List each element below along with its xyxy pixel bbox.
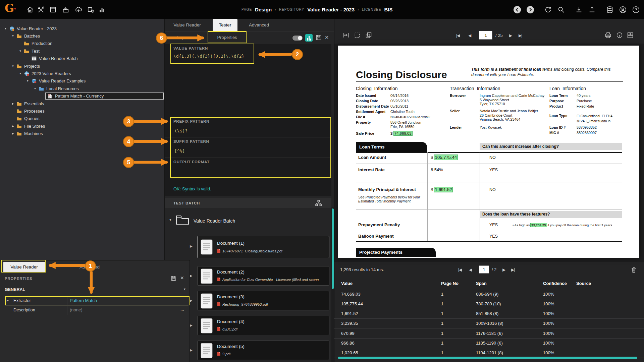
- prev-results-page-icon[interactable]: ◀: [469, 267, 472, 272]
- col-header-source[interactable]: Source: [576, 281, 591, 286]
- next-page-icon[interactable]: ▶: [509, 33, 512, 38]
- tree-item-batches[interactable]: ▼ Batches: [0, 32, 164, 40]
- import-box-icon[interactable]: [61, 5, 70, 14]
- caret-right-icon[interactable]: ▶: [7, 299, 9, 302]
- result-row[interactable]: 670.9911176-1181 (6)100%: [334, 329, 644, 339]
- hierarchy-icon[interactable]: [315, 200, 322, 206]
- highlighted-match[interactable]: 1,691.52: [434, 187, 453, 192]
- tree-item-file-stores[interactable]: ▶ File Stores: [0, 122, 164, 130]
- layout-tiles-icon[interactable]: [626, 31, 635, 40]
- cloud-upload-icon[interactable]: [74, 5, 83, 14]
- props-tab-value-reader[interactable]: Value Reader: [3, 262, 45, 273]
- result-row[interactable]: 966.8611185-1190 (6)100%: [334, 339, 644, 348]
- tab-value-reader[interactable]: Value Reader: [168, 19, 206, 31]
- highlighted-match[interactable]: $3,239.35: [531, 223, 547, 227]
- highlighted-match[interactable]: 74,669.03: [394, 131, 412, 135]
- tab-tester[interactable]: Tester: [213, 19, 237, 31]
- clear-results-icon[interactable]: [629, 265, 638, 274]
- caret-down-icon[interactable]: ▼: [17, 50, 23, 53]
- description-property-value[interactable]: (none): [70, 307, 83, 312]
- caret-down-icon[interactable]: ▼: [3, 27, 8, 30]
- result-row[interactable]: 1,691.521851-858 (8)100%: [334, 309, 644, 319]
- subtab-properties[interactable]: Properties: [209, 32, 245, 43]
- upload-icon[interactable]: [587, 5, 597, 14]
- download-icon[interactable]: [574, 5, 584, 14]
- caret-down-icon[interactable]: ▼: [169, 218, 172, 222]
- scheduled-batches-icon[interactable]: [86, 5, 96, 14]
- col-header-span[interactable]: Span: [476, 281, 487, 286]
- region-select-icon[interactable]: [353, 31, 362, 40]
- close-icon[interactable]: ✕: [325, 35, 329, 41]
- tree-item-projects[interactable]: ▼ Projects: [0, 62, 164, 70]
- database-icon[interactable]: [605, 5, 614, 14]
- document-card-2[interactable]: Document (2) Application for Cow Ownersh…: [197, 266, 329, 286]
- caret-down-icon[interactable]: ▼: [25, 79, 31, 82]
- refresh-icon[interactable]: [543, 5, 553, 14]
- caret-right-icon[interactable]: ▶: [190, 244, 193, 248]
- tree-item-value-reader-2023[interactable]: ▼ Value Reader - 2023: [0, 25, 164, 32]
- tree-item-value-reader-batch[interactable]: Value Reader Batch: [0, 55, 164, 62]
- chart-view-icon[interactable]: [305, 34, 313, 42]
- selected-tree-item[interactable]: Pattern Match - Currency: [45, 93, 164, 100]
- close-icon[interactable]: ✕: [180, 275, 184, 281]
- value-pattern-input[interactable]: \d{1,3}(,\d{3}){0,2}\.\d{2}: [173, 54, 244, 59]
- caret-right-icon[interactable]: ▶: [10, 102, 16, 105]
- caret-down-icon[interactable]: ▼: [10, 65, 16, 68]
- last-results-page-icon[interactable]: ▶|: [511, 267, 515, 272]
- page-value[interactable]: Design: [255, 7, 272, 12]
- caret-down-icon[interactable]: ▼: [10, 35, 16, 38]
- last-page-icon[interactable]: ▶|: [519, 33, 522, 38]
- tree-item-test[interactable]: ▼ Test: [0, 47, 164, 55]
- scrollbar-thumb[interactable]: [332, 208, 334, 289]
- caret-right-icon[interactable]: ▶: [190, 348, 193, 352]
- tree-item-queues[interactable]: Queues: [0, 115, 164, 122]
- tools-icon[interactable]: [36, 5, 46, 14]
- middle-scrollbar[interactable]: [331, 207, 334, 362]
- help-icon[interactable]: [631, 5, 641, 14]
- col-header-value[interactable]: Value: [341, 281, 353, 286]
- caret-right-icon[interactable]: ▶: [190, 323, 193, 327]
- next-results-page-icon[interactable]: ▶: [502, 267, 505, 272]
- caret-down-icon[interactable]: ▼: [32, 87, 38, 90]
- extractor-property-value[interactable]: Pattern Match: [70, 298, 97, 303]
- back-icon[interactable]: [513, 5, 522, 14]
- tree-item-machines[interactable]: ▶ Machines: [0, 130, 164, 137]
- result-row[interactable]: 3,239.3511009-1016 (8)100%: [334, 319, 644, 328]
- first-page-icon[interactable]: |◀: [456, 33, 460, 38]
- save-icon[interactable]: [315, 34, 322, 41]
- tree-item-pattern-match-currency[interactable]: Pattern Match - Currency: [0, 93, 164, 100]
- test-batch-root[interactable]: Value Reader Batch: [194, 218, 235, 224]
- tree-item-processes[interactable]: Processes: [0, 107, 164, 115]
- tab-advanced[interactable]: Advanced: [244, 19, 274, 31]
- description-more-button[interactable]: ...: [180, 307, 184, 312]
- tree-item-essentials[interactable]: ▶ Essentials: [0, 100, 164, 107]
- save-icon[interactable]: [170, 275, 177, 282]
- fit-width-icon[interactable]: [341, 31, 350, 40]
- search-icon[interactable]: [556, 5, 566, 14]
- prev-page-icon[interactable]: ◀: [468, 33, 471, 38]
- col-header-confidence[interactable]: Confidence: [543, 281, 567, 286]
- licensee-value[interactable]: BIS: [384, 7, 392, 12]
- document-card-3[interactable]: Document (3) Rechnung_9764889953.pdf: [197, 291, 329, 310]
- col-header-page-no[interactable]: Page No: [441, 281, 459, 286]
- extractor-more-button[interactable]: ...: [180, 297, 184, 302]
- suffix-pattern-input[interactable]: [^%]: [174, 148, 185, 154]
- prefix-pattern-input[interactable]: (\$)?: [174, 128, 187, 133]
- highlighted-match[interactable]: 105,775.44: [434, 155, 458, 160]
- props-tab-advanced[interactable]: Advanced: [74, 262, 105, 273]
- tree-item-2023-value-readers[interactable]: ▼ 2023 Value Readers: [0, 70, 164, 77]
- stats-icon[interactable]: [98, 5, 107, 14]
- caret-right-icon[interactable]: ▶: [190, 299, 193, 302]
- document-card-4[interactable]: Document (4) c5BC.pdf: [197, 316, 329, 335]
- caret-down-icon[interactable]: ▼: [183, 288, 186, 291]
- batches-icon[interactable]: [48, 5, 58, 14]
- first-results-page-icon[interactable]: |◀: [458, 267, 462, 272]
- tree-item-local-resources[interactable]: ▼ Local Resources: [0, 85, 164, 92]
- home-icon[interactable]: [25, 5, 35, 14]
- info-icon[interactable]: [615, 31, 624, 40]
- tree-item-production[interactable]: Production: [0, 40, 164, 47]
- document-card-5[interactable]: Document (5) 9.pdf: [197, 341, 329, 360]
- subtab-expression[interactable]: Expression: [170, 32, 205, 43]
- caret-right-icon[interactable]: ▶: [10, 125, 16, 128]
- caret-right-icon[interactable]: ▶: [10, 132, 16, 135]
